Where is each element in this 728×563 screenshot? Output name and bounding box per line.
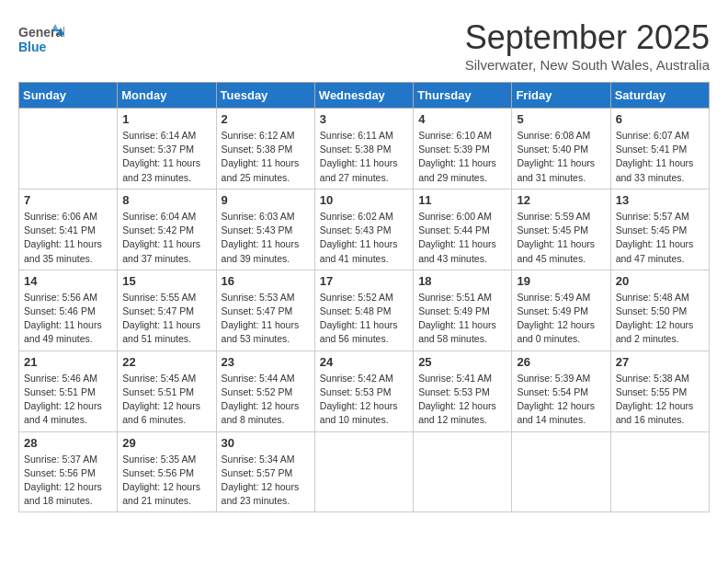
day-info: Sunrise: 6:10 AM Sunset: 5:39 PM Dayligh… xyxy=(418,129,506,185)
logo: General Blue xyxy=(18,18,64,60)
table-row: 13Sunrise: 5:57 AM Sunset: 5:45 PM Dayli… xyxy=(610,189,709,270)
day-number: 22 xyxy=(122,355,210,369)
day-info: Sunrise: 5:34 AM Sunset: 5:57 PM Dayligh… xyxy=(222,453,310,509)
day-info: Sunrise: 6:14 AM Sunset: 5:37 PM Dayligh… xyxy=(122,129,210,185)
table-row: 4Sunrise: 6:10 AM Sunset: 5:39 PM Daylig… xyxy=(414,109,512,190)
day-number: 24 xyxy=(320,355,408,369)
day-info: Sunrise: 5:49 AM Sunset: 5:49 PM Dayligh… xyxy=(517,291,605,347)
day-info: Sunrise: 6:11 AM Sunset: 5:38 PM Dayligh… xyxy=(320,129,408,185)
header-friday: Friday xyxy=(512,83,610,109)
calendar-week-row: 7Sunrise: 6:06 AM Sunset: 5:41 PM Daylig… xyxy=(19,189,710,270)
logo-icon: General Blue xyxy=(18,18,64,60)
day-number: 11 xyxy=(418,193,506,207)
day-number: 2 xyxy=(222,112,310,126)
table-row xyxy=(414,431,512,512)
page-container: General Blue September 2025 Silverwater,… xyxy=(18,18,710,512)
day-info: Sunrise: 5:55 AM Sunset: 5:47 PM Dayligh… xyxy=(122,291,210,347)
day-number: 10 xyxy=(320,193,408,207)
day-number: 8 xyxy=(122,193,210,207)
day-number: 26 xyxy=(517,355,605,369)
day-info: Sunrise: 5:52 AM Sunset: 5:48 PM Dayligh… xyxy=(320,291,408,347)
table-row: 24Sunrise: 5:42 AM Sunset: 5:53 PM Dayli… xyxy=(314,350,413,431)
day-info: Sunrise: 6:02 AM Sunset: 5:43 PM Dayligh… xyxy=(320,210,408,266)
table-row: 27Sunrise: 5:38 AM Sunset: 5:55 PM Dayli… xyxy=(610,350,709,431)
day-number: 7 xyxy=(24,193,112,207)
day-info: Sunrise: 5:51 AM Sunset: 5:49 PM Dayligh… xyxy=(418,291,506,347)
day-number: 17 xyxy=(320,274,408,288)
table-row: 19Sunrise: 5:49 AM Sunset: 5:49 PM Dayli… xyxy=(512,270,610,350)
day-info: Sunrise: 5:38 AM Sunset: 5:55 PM Dayligh… xyxy=(616,372,704,428)
day-info: Sunrise: 6:08 AM Sunset: 5:40 PM Dayligh… xyxy=(517,129,605,185)
day-info: Sunrise: 6:07 AM Sunset: 5:41 PM Dayligh… xyxy=(616,129,704,185)
table-row xyxy=(512,431,610,512)
day-info: Sunrise: 6:12 AM Sunset: 5:38 PM Dayligh… xyxy=(222,129,310,185)
month-title: September 2025 xyxy=(465,18,710,57)
title-block: September 2025 Silverwater, New South Wa… xyxy=(465,18,710,73)
location: Silverwater, New South Wales, Australia xyxy=(465,57,710,73)
table-row: 28Sunrise: 5:37 AM Sunset: 5:56 PM Dayli… xyxy=(19,431,118,512)
day-info: Sunrise: 5:37 AM Sunset: 5:56 PM Dayligh… xyxy=(24,453,112,509)
calendar-table: Sunday Monday Tuesday Wednesday Thursday… xyxy=(18,82,710,512)
day-number: 3 xyxy=(320,112,408,126)
calendar-week-row: 1Sunrise: 6:14 AM Sunset: 5:37 PM Daylig… xyxy=(19,109,710,190)
day-info: Sunrise: 5:53 AM Sunset: 5:47 PM Dayligh… xyxy=(222,291,310,347)
day-number: 9 xyxy=(222,193,310,207)
table-row: 14Sunrise: 5:56 AM Sunset: 5:46 PM Dayli… xyxy=(19,270,118,350)
table-row xyxy=(314,431,413,512)
table-row: 10Sunrise: 6:02 AM Sunset: 5:43 PM Dayli… xyxy=(314,189,413,270)
day-info: Sunrise: 5:46 AM Sunset: 5:51 PM Dayligh… xyxy=(24,372,112,428)
day-number: 6 xyxy=(616,112,704,126)
day-number: 21 xyxy=(24,355,112,369)
table-row: 17Sunrise: 5:52 AM Sunset: 5:48 PM Dayli… xyxy=(314,270,413,350)
day-number: 1 xyxy=(122,112,210,126)
table-row: 23Sunrise: 5:44 AM Sunset: 5:52 PM Dayli… xyxy=(216,350,314,431)
day-number: 27 xyxy=(616,355,704,369)
day-number: 20 xyxy=(616,274,704,288)
table-row: 7Sunrise: 6:06 AM Sunset: 5:41 PM Daylig… xyxy=(19,189,118,270)
svg-text:Blue: Blue xyxy=(18,40,47,54)
header-thursday: Thursday xyxy=(414,83,512,109)
day-number: 15 xyxy=(122,274,210,288)
day-number: 30 xyxy=(222,436,310,450)
header-sunday: Sunday xyxy=(19,83,118,109)
day-info: Sunrise: 5:41 AM Sunset: 5:53 PM Dayligh… xyxy=(418,372,506,428)
table-row: 25Sunrise: 5:41 AM Sunset: 5:53 PM Dayli… xyxy=(414,350,512,431)
day-info: Sunrise: 6:03 AM Sunset: 5:43 PM Dayligh… xyxy=(222,210,310,266)
svg-text:General: General xyxy=(18,25,64,40)
table-row: 16Sunrise: 5:53 AM Sunset: 5:47 PM Dayli… xyxy=(216,270,314,350)
day-info: Sunrise: 5:56 AM Sunset: 5:46 PM Dayligh… xyxy=(24,291,112,347)
table-row: 8Sunrise: 6:04 AM Sunset: 5:42 PM Daylig… xyxy=(118,189,216,270)
header-tuesday: Tuesday xyxy=(216,83,314,109)
calendar-week-row: 28Sunrise: 5:37 AM Sunset: 5:56 PM Dayli… xyxy=(19,431,710,512)
table-row: 20Sunrise: 5:48 AM Sunset: 5:50 PM Dayli… xyxy=(610,270,709,350)
table-row: 11Sunrise: 6:00 AM Sunset: 5:44 PM Dayli… xyxy=(414,189,512,270)
day-number: 25 xyxy=(418,355,506,369)
day-info: Sunrise: 6:06 AM Sunset: 5:41 PM Dayligh… xyxy=(24,210,112,266)
table-row xyxy=(19,109,118,190)
table-row: 26Sunrise: 5:39 AM Sunset: 5:54 PM Dayli… xyxy=(512,350,610,431)
day-number: 18 xyxy=(418,274,506,288)
day-info: Sunrise: 5:57 AM Sunset: 5:45 PM Dayligh… xyxy=(616,210,704,266)
day-number: 12 xyxy=(517,193,605,207)
day-info: Sunrise: 5:48 AM Sunset: 5:50 PM Dayligh… xyxy=(616,291,704,347)
table-row: 2Sunrise: 6:12 AM Sunset: 5:38 PM Daylig… xyxy=(216,109,314,190)
table-row: 21Sunrise: 5:46 AM Sunset: 5:51 PM Dayli… xyxy=(19,350,118,431)
day-info: Sunrise: 5:59 AM Sunset: 5:45 PM Dayligh… xyxy=(517,210,605,266)
day-info: Sunrise: 5:42 AM Sunset: 5:53 PM Dayligh… xyxy=(320,372,408,428)
day-number: 5 xyxy=(517,112,605,126)
table-row: 30Sunrise: 5:34 AM Sunset: 5:57 PM Dayli… xyxy=(216,431,314,512)
table-row: 5Sunrise: 6:08 AM Sunset: 5:40 PM Daylig… xyxy=(512,109,610,190)
day-number: 19 xyxy=(517,274,605,288)
table-row: 1Sunrise: 6:14 AM Sunset: 5:37 PM Daylig… xyxy=(118,109,216,190)
header-wednesday: Wednesday xyxy=(314,83,413,109)
day-number: 4 xyxy=(418,112,506,126)
day-number: 14 xyxy=(24,274,112,288)
day-info: Sunrise: 5:39 AM Sunset: 5:54 PM Dayligh… xyxy=(517,372,605,428)
day-info: Sunrise: 6:00 AM Sunset: 5:44 PM Dayligh… xyxy=(418,210,506,266)
table-row: 3Sunrise: 6:11 AM Sunset: 5:38 PM Daylig… xyxy=(314,109,413,190)
calendar-header-row: Sunday Monday Tuesday Wednesday Thursday… xyxy=(19,83,710,109)
table-row: 12Sunrise: 5:59 AM Sunset: 5:45 PM Dayli… xyxy=(512,189,610,270)
table-row: 15Sunrise: 5:55 AM Sunset: 5:47 PM Dayli… xyxy=(118,270,216,350)
day-number: 13 xyxy=(616,193,704,207)
table-row: 9Sunrise: 6:03 AM Sunset: 5:43 PM Daylig… xyxy=(216,189,314,270)
